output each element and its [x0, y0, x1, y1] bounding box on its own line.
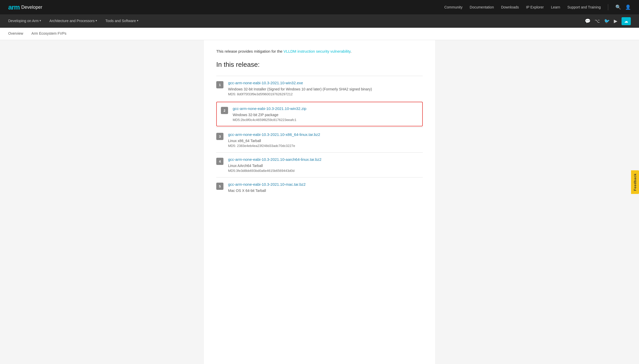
nav-support[interactable]: Support and Training	[567, 5, 601, 9]
item-md5-4: MD5:3fe3d8bb693bd0a6e4615b6569443d0d	[228, 169, 423, 173]
download-link-1[interactable]: gcc-arm-none-eabi-10.3-2021.10-win32.exe	[228, 81, 423, 85]
item-desc-3: Linux x86_64 Tarball	[228, 139, 423, 143]
release-heading: In this release:	[216, 61, 423, 69]
download-list: 1 gcc-arm-none-eabi-10.3-2021.10-win32.e…	[216, 76, 423, 198]
intro-text: This release provides mitigation for the…	[216, 48, 423, 54]
nav-divider	[608, 4, 608, 10]
download-link-5[interactable]: gcc-arm-none-eabi-10.3-2021.10-mac.tar.b…	[228, 182, 423, 186]
nav-icons: 🔍 👤	[615, 4, 631, 10]
user-icon[interactable]: 👤	[625, 4, 631, 10]
chevron-down-icon: ▾	[137, 19, 138, 22]
item-content-4: gcc-arm-none-eabi-10.3-2021.10-aarch64-l…	[228, 157, 423, 173]
tert-nav-overview[interactable]: Overview	[8, 28, 23, 40]
developer-text: Developer	[21, 5, 42, 10]
nav-ip-explorer[interactable]: IP Explorer	[526, 5, 544, 9]
item-number-5: 5	[216, 183, 223, 190]
sec-nav-developing[interactable]: Developing on Arm ▾	[8, 14, 41, 28]
secondary-navbar: Developing on Arm ▾ Architecture and Pro…	[0, 14, 639, 28]
nav-downloads[interactable]: Downloads	[501, 5, 519, 9]
download-item-5: 5 gcc-arm-none-eabi-10.3-2021.10-mac.tar…	[216, 177, 423, 198]
item-desc-1: Windows 32-bit Installer (Signed for Win…	[228, 87, 423, 91]
search-icon[interactable]: 🔍	[615, 4, 621, 10]
youtube-icon[interactable]: ▶	[614, 18, 617, 24]
tert-nav-ecosystem[interactable]: Arm Ecosystem FVPs	[31, 28, 66, 40]
twitter-icon[interactable]: 🐦	[604, 18, 610, 24]
nav-learn[interactable]: Learn	[551, 5, 560, 9]
github-icon[interactable]: ⌥	[595, 18, 600, 24]
download-link-2[interactable]: gcc-arm-none-eabi-10.3-2021.10-win32.zip	[233, 106, 418, 111]
arm-logo[interactable]: arm Developer	[8, 3, 42, 11]
arm-text: arm	[8, 3, 20, 11]
download-item-1: 1 gcc-arm-none-eabi-10.3-2021.10-win32.e…	[216, 76, 423, 101]
item-content-5: gcc-arm-none-eabi-10.3-2021.10-mac.tar.b…	[228, 182, 423, 194]
nav-community[interactable]: Community	[444, 5, 463, 9]
tertiary-navbar: Overview Arm Ecosystem FVPs	[0, 28, 639, 40]
sec-nav-tools[interactable]: Tools and Software ▾	[105, 14, 138, 28]
item-desc-4: Linux AArch64 Tarball	[228, 164, 423, 168]
chevron-down-icon: ▾	[96, 19, 97, 22]
sec-nav-architecture[interactable]: Architecture and Processors ▾	[49, 14, 97, 28]
chevron-down-icon: ▾	[40, 19, 41, 22]
item-number-4: 4	[216, 158, 223, 165]
download-item-2: 2 gcc-arm-none-eabi-10.3-2021.10-win32.z…	[216, 102, 423, 126]
logo-area: arm Developer	[8, 3, 42, 11]
download-item-3: 3 gcc-arm-none-eabi-10.3-2021.10-x86_64-…	[216, 127, 423, 152]
top-navbar: arm Developer Community Documentation Do…	[0, 0, 639, 14]
vlldm-link[interactable]: VLLDM instruction security vulnerability	[284, 49, 351, 53]
item-content-1: gcc-arm-none-eabi-10.3-2021.10-win32.exe…	[228, 81, 423, 96]
download-item-4: 4 gcc-arm-none-eabi-10.3-2021.10-aarch64…	[216, 152, 423, 177]
item-number-2: 2	[221, 107, 228, 114]
download-link-3[interactable]: gcc-arm-none-eabi-10.3-2021.10-x86_64-li…	[228, 132, 423, 137]
main-content: This release provides mitigation for the…	[204, 40, 435, 364]
item-content-2: gcc-arm-none-eabi-10.3-2021.10-win32.zip…	[233, 106, 418, 122]
item-md5-1: MD5: 8d0f75f33f9e3d5f9600197626297212	[228, 92, 423, 96]
top-nav-links: Community Documentation Downloads IP Exp…	[444, 4, 631, 10]
nav-documentation[interactable]: Documentation	[470, 5, 494, 9]
download-link-4[interactable]: gcc-arm-none-eabi-10.3-2021.10-aarch64-l…	[228, 157, 423, 162]
cloud-button[interactable]: ☁	[622, 17, 631, 25]
item-desc-5: Mac OS X 64-bit Tarball	[228, 189, 423, 193]
item-number-1: 1	[216, 81, 223, 88]
discord-icon[interactable]: 💬	[585, 18, 590, 24]
item-content-3: gcc-arm-none-eabi-10.3-2021.10-x86_64-li…	[228, 132, 423, 148]
item-desc-2: Windows 32-bit ZIP package	[233, 113, 418, 117]
item-md5-3: MD5: 2383e4eb4ea23f248d33adc70dc3227e	[228, 144, 423, 148]
item-md5-2: MD5:2bc8f0c4c4659f8259c8176223eeafc1	[233, 118, 418, 122]
social-icons: 💬 ⌥ 🐦 ▶ ☁	[585, 17, 631, 25]
feedback-tab[interactable]: Feedback	[631, 170, 639, 194]
item-number-3: 3	[216, 133, 223, 140]
